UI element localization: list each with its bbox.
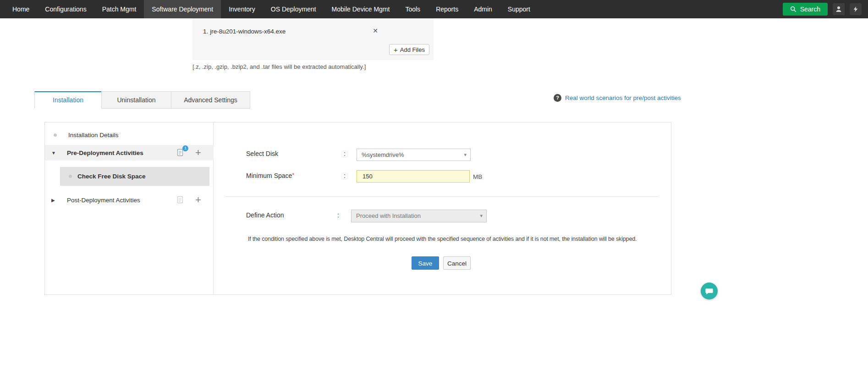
- search-button-label: Search: [800, 6, 820, 13]
- script-templates-icon-disabled[interactable]: [177, 196, 185, 204]
- nav-item-admin[interactable]: Admin: [466, 0, 500, 18]
- live-chat-button[interactable]: [701, 283, 718, 299]
- lightning-bolt-icon: [852, 6, 859, 12]
- chevron-down-icon: ▾: [464, 149, 467, 161]
- help-area: ? Real world scenarios for pre/post acti…: [554, 94, 681, 102]
- activities-tree: Installation Details ▼ Pre-Deployment Ac…: [45, 122, 214, 294]
- define-action-dropdown[interactable]: Proceed with Installation ▾: [351, 210, 487, 222]
- chat-bubble-icon: [705, 287, 714, 295]
- uploaded-files-box: 1.jre-8u201-windows-x64.exe ✕ + Add File…: [192, 18, 434, 60]
- tree-item-label: Post-Deployment Activities: [67, 197, 140, 204]
- user-notification-button[interactable]: [833, 3, 845, 15]
- tree-item-pre-deployment[interactable]: ▼ Pre-Deployment Activities 1 +: [45, 145, 214, 161]
- tree-item-label: Check Free Disk Space: [77, 173, 146, 180]
- quick-actions-button[interactable]: [850, 3, 862, 15]
- file-name: jre-8u201-windows-x64.exe: [210, 28, 286, 35]
- activity-count-badge: 1: [182, 145, 188, 151]
- select-disk-dropdown[interactable]: %systemdrive% ▾: [357, 149, 471, 161]
- nav-item-os-deployment[interactable]: OS Deployment: [263, 0, 324, 18]
- add-pre-deployment-activity-button[interactable]: +: [195, 146, 201, 159]
- add-post-deployment-activity-button[interactable]: +: [195, 194, 201, 206]
- extract-note: [.z, .zip, .gzip, .bzip2, and .tar files…: [192, 63, 366, 70]
- search-button[interactable]: Search: [783, 3, 828, 16]
- colon: :: [344, 150, 346, 157]
- software-deployment-page: Home Configurations Patch Mgmt Software …: [0, 0, 868, 366]
- chevron-down-icon: ▾: [480, 210, 483, 222]
- tab-uninstallation[interactable]: Uninstallation: [101, 91, 171, 109]
- tree-item-label: Pre-Deployment Activities: [67, 150, 143, 156]
- condition-note: If the condition specified above is met,…: [248, 236, 637, 242]
- add-files-label: Add Files: [400, 46, 425, 53]
- cancel-button[interactable]: Cancel: [443, 256, 471, 270]
- section-divider: [225, 196, 659, 197]
- nav-item-inventory[interactable]: Inventory: [221, 0, 263, 18]
- required-mark: *: [292, 172, 294, 178]
- script-templates-icon[interactable]: 1: [177, 149, 185, 157]
- nav-right-actions: Search: [783, 3, 868, 16]
- bullet-icon: [69, 175, 72, 178]
- unit-label: MB: [473, 173, 482, 180]
- nav-item-tools[interactable]: Tools: [397, 0, 428, 18]
- installation-panel: Installation Details ▼ Pre-Deployment Ac…: [44, 122, 671, 295]
- define-action-value: Proceed with Installation: [356, 212, 421, 219]
- colon: :: [344, 172, 346, 179]
- tab-advanced-settings[interactable]: Advanced Settings: [171, 91, 250, 109]
- nav-item-home[interactable]: Home: [5, 0, 37, 18]
- uploaded-file-item: 1.jre-8u201-windows-x64.exe: [203, 28, 286, 35]
- nav-item-support[interactable]: Support: [500, 0, 538, 18]
- minimum-space-input[interactable]: [357, 170, 470, 183]
- define-action-label: Define Action: [246, 211, 284, 219]
- nav-item-software-deployment[interactable]: Software Deployment: [144, 0, 221, 18]
- save-button[interactable]: Save: [412, 256, 439, 270]
- select-disk-label: Select Disk: [246, 150, 278, 157]
- tab-installation[interactable]: Installation: [34, 91, 102, 109]
- tree-item-post-deployment[interactable]: ▶ Post-Deployment Activities +: [45, 192, 214, 208]
- tree-item-check-free-disk-space[interactable]: Check Free Disk Space: [60, 167, 209, 186]
- real-world-scenarios-link[interactable]: Real world scenarios for pre/post activi…: [565, 94, 681, 101]
- minimum-space-label-text: Minimum Space: [246, 172, 292, 179]
- nav-item-mobile-device-mgmt[interactable]: Mobile Device Mgmt: [324, 0, 398, 18]
- tree-item-installation-details[interactable]: Installation Details: [45, 127, 214, 143]
- tree-item-label: Installation Details: [68, 132, 119, 139]
- remove-file-icon[interactable]: ✕: [371, 27, 379, 35]
- add-files-button[interactable]: + Add Files: [389, 44, 429, 55]
- expand-triangle-icon[interactable]: ▶: [51, 198, 57, 203]
- colon: :: [337, 211, 339, 219]
- minimum-space-label: Minimum Space*: [246, 172, 294, 179]
- select-disk-value: %systemdrive%: [362, 151, 404, 158]
- nav-item-reports[interactable]: Reports: [428, 0, 466, 18]
- help-icon[interactable]: ?: [554, 94, 561, 102]
- search-icon: [790, 6, 797, 12]
- person-icon: [835, 6, 842, 13]
- top-navigation: Home Configurations Patch Mgmt Software …: [0, 0, 868, 18]
- plus-icon: +: [394, 46, 398, 54]
- file-index: 1.: [203, 28, 208, 35]
- bullet-icon: [54, 133, 57, 137]
- nav-item-patch-mgmt[interactable]: Patch Mgmt: [94, 0, 144, 18]
- deployment-tabs: Installation Uninstallation Advanced Set…: [34, 91, 250, 109]
- collapse-triangle-icon[interactable]: ▼: [51, 150, 57, 155]
- nav-item-configurations[interactable]: Configurations: [37, 0, 94, 18]
